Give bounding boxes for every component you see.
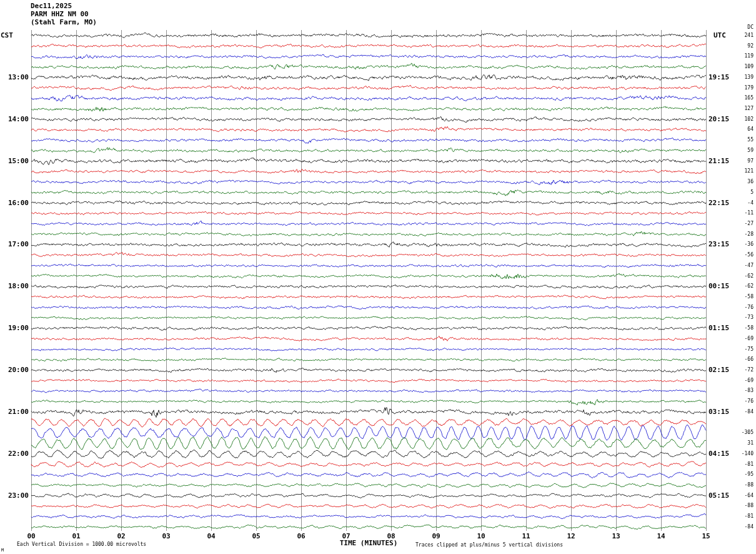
- dc-offset-value: -69: [725, 378, 754, 383]
- dc-offset-value: -28: [725, 231, 754, 237]
- right-timezone-label: UTC: [714, 31, 726, 39]
- cst-hour-label: 13:00: [0, 73, 29, 81]
- dc-offset-value: 102: [725, 116, 754, 122]
- minute-tick-label: 03: [160, 532, 172, 540]
- dc-offset-value: -83: [725, 388, 754, 393]
- dc-offset-value: 55: [725, 137, 754, 143]
- minute-tick-label: 05: [250, 532, 262, 540]
- dc-offset-value: 109: [725, 64, 754, 69]
- dc-offset-value: -81: [725, 513, 754, 519]
- dc-offset-value: -64: [725, 493, 754, 498]
- cst-hour-label: 15:00: [0, 157, 29, 165]
- corner-mark: M: [1, 548, 4, 553]
- minute-tick-label: 01: [70, 532, 82, 540]
- dc-offset-value: 59: [725, 148, 754, 153]
- minute-tick-label: 10: [475, 532, 487, 540]
- dc-offset-value: 5: [725, 189, 754, 195]
- dc-offset-value: -76: [725, 398, 754, 404]
- cst-hour-label: 17:00: [0, 240, 29, 248]
- minute-tick-label: 04: [205, 532, 217, 540]
- dc-offset-value: -58: [725, 294, 754, 300]
- dc-offset-value: -69: [725, 336, 754, 341]
- dc-offset-value: -140: [725, 451, 754, 456]
- minute-tick-label: 13: [610, 532, 622, 540]
- dc-offset-value: -56: [725, 252, 754, 258]
- helicorder-page: Dec11,2025 PARM HHZ NM 00 (Stahl Farm, M…: [0, 0, 756, 554]
- dc-offset-value: -4: [725, 200, 754, 206]
- dc-offset-value: -95: [725, 471, 754, 477]
- dc-offset-value: 92: [725, 43, 754, 49]
- dc-offset-value: -27: [725, 221, 754, 226]
- dc-offset-value: -84: [725, 524, 754, 530]
- header: Dec11,2025 PARM HHZ NM 00 (Stahl Farm, M…: [31, 2, 97, 26]
- dc-offset-value: -11: [725, 210, 754, 216]
- helicorder-plot: [0, 0, 756, 554]
- dc-offset-value: 127: [725, 106, 754, 111]
- dc-column-header: DC: [725, 24, 754, 30]
- header-location: (Stahl Farm, MO): [31, 18, 97, 26]
- dc-offset-value: 241: [725, 33, 754, 38]
- dc-offset-value: -62: [725, 273, 754, 279]
- dc-offset-value: -84: [725, 409, 754, 415]
- cst-hour-label: 20:00: [0, 366, 29, 374]
- cst-hour-label: 18:00: [0, 282, 29, 290]
- dc-offset-value: -305: [725, 430, 754, 435]
- dc-offset-value: -47: [725, 263, 754, 268]
- header-date: Dec11,2025: [31, 2, 97, 10]
- dc-offset-value: 64: [725, 126, 754, 132]
- dc-offset-value: -72: [725, 367, 754, 373]
- cst-hour-label: 21:00: [0, 408, 29, 416]
- footer-scale-note: Each Vertical Division = 1000.00 microvo…: [17, 541, 146, 547]
- minute-tick-label: 11: [520, 532, 532, 540]
- minute-tick-label: 14: [655, 532, 667, 540]
- dc-offset-value: -88: [725, 482, 754, 488]
- dc-offset-value: -58: [725, 325, 754, 331]
- minute-tick-label: 07: [340, 532, 352, 540]
- dc-offset-value: -81: [725, 461, 754, 467]
- footer-clip-note: Traces clipped at plus/minus 5 vertical …: [415, 542, 563, 548]
- minute-tick-label: 15: [700, 532, 712, 540]
- dc-offset-value: -76: [725, 305, 754, 310]
- header-station: PARM HHZ NM 00: [31, 10, 97, 18]
- cst-hour-label: 14:00: [0, 115, 29, 123]
- minute-tick-label: 08: [385, 532, 397, 540]
- minute-tick-label: 02: [115, 532, 127, 540]
- dc-offset-value: 165: [725, 95, 754, 101]
- dc-offset-value: -73: [725, 315, 754, 320]
- cst-hour-label: 19:00: [0, 324, 29, 332]
- dc-offset-value: -36: [725, 241, 754, 247]
- minute-tick-label: 06: [295, 532, 307, 540]
- cst-hour-label: 23:00: [0, 491, 29, 500]
- minute-tick-label: 12: [565, 532, 577, 540]
- dc-offset-value: 179: [725, 85, 754, 91]
- cst-hour-label: 16:00: [0, 199, 29, 207]
- left-timezone-label: CST: [1, 31, 13, 39]
- dc-offset-value: 97: [725, 158, 754, 164]
- dc-offset-value: -88: [725, 503, 754, 508]
- dc-offset-value: 36: [725, 179, 754, 184]
- dc-offset-value: -66: [725, 356, 754, 362]
- cst-hour-label: 22:00: [0, 450, 29, 458]
- dc-offset-value: 119: [725, 53, 754, 59]
- dc-offset-value: -62: [725, 283, 754, 289]
- dc-offset-value: 121: [725, 168, 754, 174]
- minute-tick-label: 09: [430, 532, 442, 540]
- minute-tick-label: 00: [25, 532, 37, 540]
- dc-offset-value: 139: [725, 74, 754, 80]
- dc-offset-value: 31: [725, 440, 754, 446]
- dc-offset-value: -75: [725, 346, 754, 352]
